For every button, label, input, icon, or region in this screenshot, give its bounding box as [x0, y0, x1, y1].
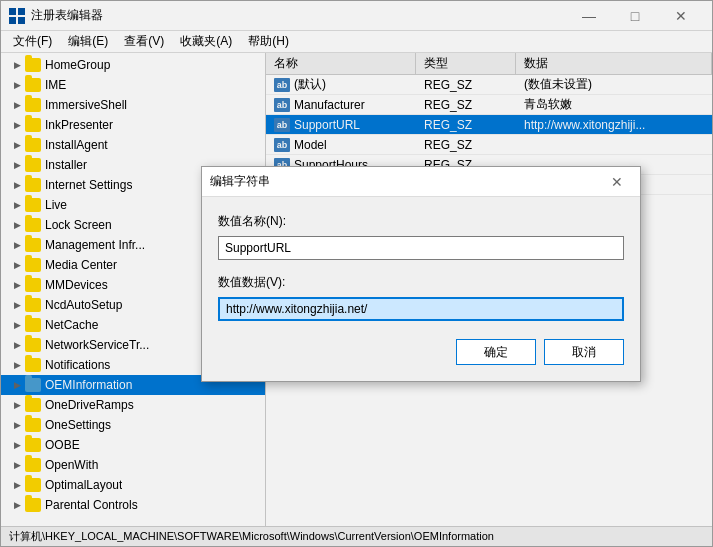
- name-label: 数值名称(N):: [218, 213, 624, 230]
- edit-string-dialog: 编辑字符串 ✕ 数值名称(N): 数值数据(V): 确定 取消: [201, 166, 641, 382]
- dialog-close-button[interactable]: ✕: [602, 170, 632, 194]
- dialog-title-bar: 编辑字符串 ✕: [202, 167, 640, 197]
- name-input[interactable]: [218, 236, 624, 260]
- dialog-overlay: 编辑字符串 ✕ 数值名称(N): 数值数据(V): 确定 取消: [1, 1, 712, 546]
- data-input[interactable]: [218, 297, 624, 321]
- data-label: 数值数据(V):: [218, 274, 624, 291]
- cancel-button[interactable]: 取消: [544, 339, 624, 365]
- confirm-button[interactable]: 确定: [456, 339, 536, 365]
- dialog-body: 数值名称(N): 数值数据(V): 确定 取消: [202, 197, 640, 381]
- main-window: 注册表编辑器 — □ ✕ 文件(F) 编辑(E) 查看(V) 收藏夹(A) 帮助…: [0, 0, 713, 547]
- dialog-title: 编辑字符串: [210, 173, 602, 190]
- dialog-buttons: 确定 取消: [218, 339, 624, 365]
